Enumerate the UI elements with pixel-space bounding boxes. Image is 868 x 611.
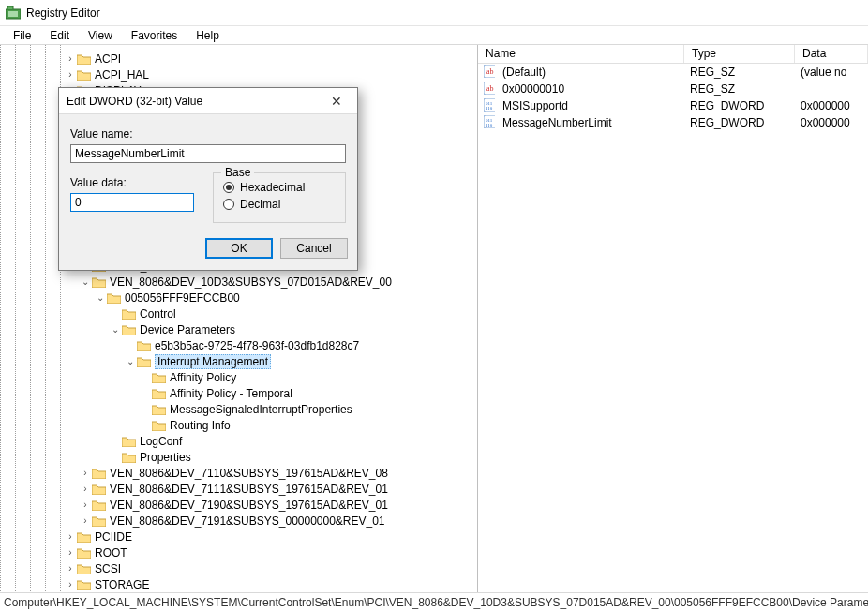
tree-item-label: e5b3b5ac-9725-4f78-963f-03dfb1d828c7 [155,339,359,352]
tree-item[interactable]: ⌄VEN_8086&DEV_10D3&SUBSYS_07D015AD&REV_0… [34,274,477,290]
tree-item[interactable]: ⌄Device Parameters [34,321,477,337]
list-cell-name: (Default) [495,66,682,79]
tree-item[interactable]: Affinity Policy [34,369,477,385]
folder-icon [107,292,121,304]
cancel-button-label: Cancel [296,242,331,255]
folder-icon [77,69,91,81]
list-pane[interactable]: Name Type Data (Default)REG_SZ(value no0… [478,45,868,592]
tree-item[interactable]: Properties [34,449,477,465]
tree-item-label: ACPI_HAL [95,68,149,82]
collapse-icon[interactable]: ⌄ [94,292,107,303]
value-name-input[interactable] [70,144,346,163]
list-cell-type: REG_DWORD [682,116,793,129]
close-icon: ✕ [331,94,342,109]
tree-item[interactable]: LogConf [34,433,477,449]
list-row[interactable]: MessageNumberLimitREG_DWORD0x000000 [478,114,868,131]
list-cell-name: MessageNumberLimit [495,116,682,129]
list-cell-type: REG_SZ [682,82,793,96]
tree-item[interactable]: MessageSignaledInterruptProperties [34,401,477,417]
folder-icon [92,499,106,511]
tree-item-label: Routing Info [170,419,231,432]
list-cell-type: REG_SZ [682,66,793,79]
tree-item[interactable]: ›VEN_8086&DEV_7190&SUBSYS_197615AD&REV_0… [34,497,477,513]
folder-icon [122,324,136,335]
expand-icon[interactable]: › [64,69,77,80]
tree-item[interactable]: ›ACPI_HAL [34,67,477,82]
collapse-icon[interactable]: ⌄ [79,276,92,287]
tree-item[interactable]: ›VEN_8086&DEV_7191&SUBSYS_00000000&REV_0… [34,513,477,529]
col-header-type[interactable]: Type [684,45,795,63]
expand-icon[interactable]: › [79,468,92,478]
edit-dword-dialog: Edit DWORD (32-bit) Value ✕ Value name: … [58,87,358,271]
ok-button[interactable]: OK [205,238,273,259]
collapse-icon[interactable]: ⌄ [124,356,137,366]
tree-item[interactable]: ›PCIIDE [34,529,477,544]
tree-item-label: Affinity Policy - Temporal [170,387,292,400]
tree-item[interactable]: ›VEN_8086&DEV_7110&SUBSYS_197615AD&REV_0… [34,465,477,481]
menu-view[interactable]: View [81,28,120,43]
tree-item[interactable]: e5b3b5ac-9725-4f78-963f-03dfb1d828c7 [34,337,477,353]
list-header[interactable]: Name Type Data [478,45,868,64]
radio-decimal[interactable]: Decimal [223,198,336,211]
expand-icon[interactable]: › [64,547,77,558]
col-header-data[interactable]: Data [795,45,868,63]
menu-favorites[interactable]: Favorites [124,28,185,43]
list-row[interactable]: (Default)REG_SZ(value no [478,64,868,81]
tree-item[interactable]: ›VEN_8086&DEV_7111&SUBSYS_197615AD&REV_0… [34,481,477,497]
folder-icon [77,547,91,559]
cancel-button[interactable]: Cancel [280,238,348,259]
list-cell-type: REG_DWORD [682,99,793,112]
tree-item-label: VEN_8086&DEV_7190&SUBSYS_197615AD&REV_01 [110,499,388,512]
menu-file[interactable]: File [6,28,38,43]
tree-item-label: VEN_8086&DEV_10D3&SUBSYS_07D015AD&REV_00 [110,276,392,289]
folder-icon [77,53,91,65]
tree-item-label: Properties [140,451,191,464]
folder-icon [152,388,166,399]
tree-item-label: Interrupt Management [155,354,271,369]
tree-item-label: SCSI [95,562,121,575]
ok-button-label: OK [231,242,247,255]
expand-icon[interactable]: › [64,53,77,64]
status-bar: Computer\HKEY_LOCAL_MACHINE\SYSTEM\Curre… [0,592,868,611]
collapse-icon[interactable]: ⌄ [109,324,122,335]
tree-item[interactable]: ›ROOT [34,544,477,560]
list-row[interactable]: 0x00000010REG_SZ [478,81,868,97]
expand-icon[interactable]: › [64,531,77,542]
tree-item-label: 005056FFF9EFCCB00 [125,291,240,305]
list-cell-data: 0x000000 [793,99,868,112]
dialog-title: Edit DWORD (32-bit) Value [67,95,323,108]
value-data-input[interactable] [70,193,194,212]
tree-item-label: VEN_8086&DEV_7191&SUBSYS_00000000&REV_01 [110,514,385,528]
list-row[interactable]: MSISupportdREG_DWORD0x000000 [478,97,868,114]
tree-item[interactable]: ›ACPI [34,51,477,67]
folder-icon [92,484,106,495]
expand-icon[interactable]: › [79,484,92,494]
col-header-name[interactable]: Name [478,45,684,63]
folder-icon [122,452,136,463]
dialog-title-bar[interactable]: Edit DWORD (32-bit) Value ✕ [59,88,357,114]
tree-item[interactable]: ⌄Interrupt Management [34,353,477,369]
radio-hexadecimal[interactable]: Hexadecimal [223,181,336,194]
dialog-close-button[interactable]: ✕ [323,91,350,112]
expand-icon[interactable]: › [64,579,77,589]
expand-icon[interactable]: › [79,499,92,510]
folder-icon [77,579,91,590]
folder-icon [122,436,136,447]
folder-icon [152,372,166,383]
menu-help[interactable]: Help [188,28,227,43]
tree-item[interactable]: ›STORAGE [34,576,477,592]
menu-edit[interactable]: Edit [42,28,77,43]
tree-item[interactable]: Routing Info [34,417,477,433]
expand-icon[interactable]: › [79,515,92,526]
radio-hex-label: Hexadecimal [240,181,305,194]
tree-item[interactable]: Control [34,306,477,321]
folder-icon [92,276,106,288]
tree-item[interactable]: ›SCSI [34,560,477,576]
tree-item-label: VEN_8086&DEV_7111&SUBSYS_197615AD&REV_01 [110,483,388,496]
radio-dec-label: Decimal [240,198,280,211]
tree-item[interactable]: ⌄005056FFF9EFCCB00 [34,290,477,306]
window-title: Registry Editor [26,7,100,20]
tree-item[interactable]: Affinity Policy - Temporal [34,385,477,401]
tree-item-label: Control [140,307,176,320]
expand-icon[interactable]: › [64,563,77,574]
